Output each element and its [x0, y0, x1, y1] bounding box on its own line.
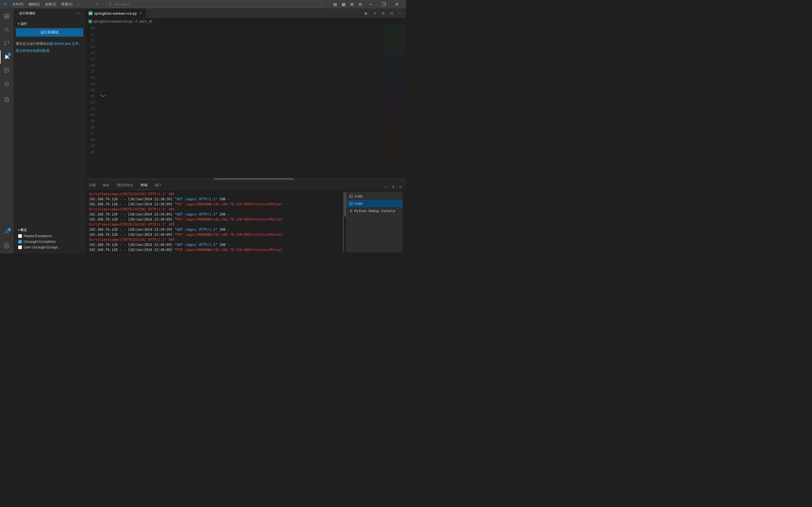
code-area: 10 11 12 13 14 15 16 17 18 19 20 21 22 2… [86, 24, 406, 177]
terminal-output[interactable]: DirtyTimestamp=1705761341381 HTTP/1.1" 4… [89, 191, 343, 252]
menu-file[interactable]: 文件(F) [10, 1, 26, 7]
uncaught-exceptions-checkbox[interactable] [18, 240, 22, 244]
activity-remote[interactable] [0, 77, 13, 91]
create-launch-link: 要自定义运行和调试创建 launch.json 文件。 [16, 40, 83, 47]
activity-database[interactable] [0, 93, 13, 107]
svg-point-0 [109, 3, 111, 5]
run-debug-button[interactable]: 运行和调试 [16, 28, 83, 37]
nav-forward[interactable]: → [93, 1, 101, 7]
tab-close-btn[interactable]: ✕ [139, 11, 143, 15]
toggle-layout[interactable]: ⊟ [356, 1, 364, 7]
sidebar-more-btn[interactable]: ⋯ [76, 10, 82, 17]
code-line-11 [100, 56, 384, 62]
panel-more-btn[interactable]: ⋯ [383, 184, 389, 190]
toggle-secondary-sidebar[interactable]: ⊞ [348, 1, 356, 7]
svg-rect-15 [7, 68, 9, 70]
show-all-auto-debug-link[interactable]: 显示所有自动调试配置. [16, 47, 83, 54]
svg-rect-13 [8, 58, 9, 59]
sidebar-title: 运行和调试 ⋯ [13, 8, 86, 18]
search-input[interactable] [114, 2, 320, 6]
breadcrumb-file[interactable]: springboot-xstream-rce.py [89, 19, 132, 23]
terminal-content: DirtyTimestamp=1705761341381 HTTP/1.1" 4… [86, 190, 406, 253]
window-controls: ─ ❐ ✕ [364, 0, 403, 8]
raised-exceptions-checkbox[interactable] [18, 234, 22, 238]
breadcrumb: springboot-xstream-rce.py › ƒ catch_all [86, 18, 406, 24]
python-debug-icon [349, 209, 353, 213]
panel-tab-terminal[interactable]: 终端 [137, 180, 151, 190]
nav-back[interactable]: ← [84, 1, 92, 7]
breakpoints-collapse-icon: ▾ [18, 228, 19, 231]
editor-content[interactable]: 10 11 12 13 14 15 16 17 18 19 20 21 22 2… [86, 24, 406, 180]
svg-rect-3 [7, 14, 9, 16]
func-icon: ƒ [136, 20, 137, 23]
panel-tab-output[interactable]: 输出 [100, 180, 113, 190]
menu-view[interactable]: 查看(V) [59, 1, 75, 7]
terminal-line-10: DirtyTimestamp=1705761341381 HTTP/1.1" 4… [89, 237, 343, 242]
create-launch-file-link[interactable]: 创建 launch.json 文件 [46, 42, 79, 46]
toggle-primary-sidebar[interactable]: ▤ [331, 1, 339, 7]
titlebar: 文件(F) 编辑(E) 选择(S) 查看(V) ... ← → ▤ ▦ ⊞ ⊟ … [0, 0, 406, 8]
more-actions-btn[interactable]: ⋯ [396, 10, 404, 17]
terminal-session-python[interactable]: Python Debug Console [347, 207, 403, 215]
terminal-line-11: 192.168.79.128 - - [20/Jan/2024 22:40:09… [89, 242, 343, 247]
h-scrollbar[interactable] [86, 177, 406, 180]
accounts-badge: 1 [7, 228, 11, 231]
activity-extensions[interactable] [0, 64, 13, 77]
activity-explorer[interactable] [0, 10, 13, 23]
terminal-session-python-label: Python Debug Console [354, 209, 395, 214]
activity-run-debug[interactable]: 1 [0, 50, 13, 64]
breadcrumb-symbol[interactable]: ƒ catch_all [136, 19, 152, 23]
panel-tab-problems[interactable]: 问题 [86, 180, 100, 190]
menu-edit[interactable]: 编辑(E) [26, 1, 42, 7]
collapse-icon: ▾ [18, 22, 19, 25]
search-bar[interactable] [106, 1, 323, 7]
restore-button[interactable]: ❐ [377, 0, 390, 8]
run-debug-badge: 1 [7, 52, 11, 56]
split-editor-btn[interactable]: ⊟ [388, 10, 395, 17]
editor-bottom-split: 10 11 12 13 14 15 16 17 18 19 20 21 22 2… [86, 24, 406, 253]
activity-source-control[interactable] [0, 37, 13, 50]
editor-tab-main[interactable]: py springboot-xstream-rce.py ✕ [86, 8, 146, 18]
debug-config-btn[interactable]: ⚙ [379, 10, 387, 17]
breakpoints-header[interactable]: ▾ 断点 [16, 227, 83, 233]
terminal-session-code1[interactable]: Code [347, 193, 403, 200]
activity-settings[interactable] [0, 239, 13, 252]
layout-controls: ▤ ▦ ⊞ ⊟ [331, 1, 364, 7]
sidebar: 运行和调试 ⋯ ▾ 运行 运行和调试 要自定义运行和调试创建 launch.js… [13, 8, 86, 253]
svg-rect-21 [350, 195, 352, 198]
menu-select[interactable]: 选择(S) [43, 1, 58, 7]
panel-tab-debug-console[interactable]: 调试控制台 [113, 180, 137, 190]
terminal-scrollbar[interactable] [344, 191, 346, 252]
tab-bar: py springboot-xstream-rce.py ✕ ▶ ▾ ⚙ ⊟ ⋯ [86, 8, 406, 18]
activity-accounts[interactable]: 1 [0, 225, 13, 239]
activity-search[interactable] [0, 23, 13, 37]
panel-tab-ports[interactable]: 端口 [151, 180, 165, 190]
sidebar-bottom-spacer [13, 250, 86, 253]
minimize-button[interactable]: ─ [364, 0, 377, 8]
terminal-line-9: 192.168.79.128 - - [20/Jan/2024 22:40:09… [89, 232, 343, 237]
activity-bar: 1 [0, 8, 13, 253]
panel-actions: ⋯ ⬆ ✕ [380, 184, 406, 190]
breakpoints-section: ▾ 断点 Raised Exceptions Uncaught Exceptio… [13, 227, 86, 250]
run-options-btn[interactable]: ▾ [371, 10, 378, 17]
menu-more[interactable]: ... [75, 1, 82, 7]
user-uncaught-exceptions-checkbox[interactable] [18, 245, 22, 249]
terminal-scroll-thumb[interactable] [344, 192, 346, 216]
code-line-15 [100, 130, 384, 136]
svg-rect-22 [350, 203, 352, 205]
breakpoint-raised: Raised Exceptions [17, 233, 82, 239]
panel-close-btn[interactable]: ✕ [398, 184, 404, 190]
panel-maximize-btn[interactable]: ⬆ [390, 184, 396, 190]
close-button[interactable]: ✕ [390, 0, 403, 8]
terminal-line-4: DirtyTimestamp=1705761341381 HTTP/1.1" 4… [89, 207, 343, 212]
line-numbers: 10 11 12 13 14 15 16 17 18 19 20 21 22 2… [86, 24, 97, 177]
sidebar-actions: ⋯ [76, 10, 82, 17]
code-line-17 [100, 168, 384, 174]
bottom-panel: 问题 输出 调试控制台 终端 端口 ⋯ ⬆ ✕ DirtyTimestamp=1… [86, 180, 406, 253]
toggle-panel[interactable]: ▦ [340, 1, 347, 7]
run-section-header[interactable]: ▾ 运行 [16, 20, 83, 27]
run-file-btn[interactable]: ▶ [363, 10, 370, 17]
h-scrollbar-thumb[interactable] [214, 178, 294, 180]
terminal-session-code2[interactable]: Code [347, 200, 403, 207]
titlebar-menu: 文件(F) 编辑(E) 选择(S) 查看(V) ... [10, 1, 82, 7]
